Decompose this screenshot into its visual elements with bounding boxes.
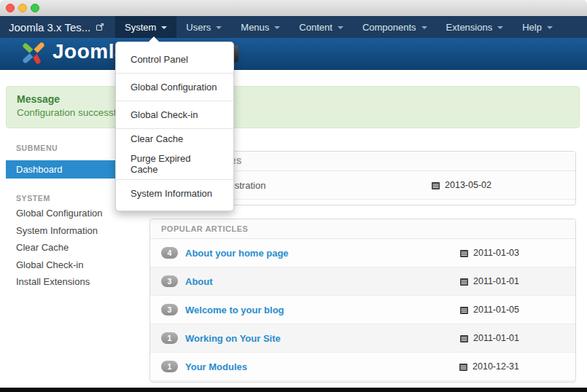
- top-menu: System Users Menus Content Components Ex…: [115, 16, 562, 38]
- calendar-icon: [459, 362, 468, 372]
- browser-window: Joomla 3.x Tes... System Users Menus Con…: [0, 0, 587, 392]
- caret-down-icon: [161, 26, 167, 29]
- date-cell: 2011-01-03: [459, 248, 519, 258]
- sidebar-item-global-check-in[interactable]: Global Check-in: [16, 256, 103, 274]
- hits-badge: 1: [161, 361, 178, 372]
- popular-articles-panel: POPULAR ARTICLES 4 About your home page …: [149, 219, 576, 383]
- hits-badge: 4: [161, 247, 178, 259]
- menu-help-label: Help: [522, 22, 542, 33]
- date-cell: 2011-01-01: [459, 333, 519, 343]
- menu-extensions[interactable]: Extensions: [437, 16, 513, 38]
- menu-extensions-label: Extensions: [446, 22, 493, 33]
- date-label: 2011-01-05: [473, 305, 519, 315]
- calendar-icon: [459, 305, 469, 315]
- menu-item-global-configuration[interactable]: Global Configuration: [116, 74, 233, 101]
- caret-down-icon: [274, 26, 280, 29]
- menu-system-label: System: [125, 22, 156, 33]
- caret-down-icon: [338, 26, 343, 29]
- sidebar-item-dashboard-label: Dashboard: [16, 164, 63, 175]
- date-cell: 2011-01-05: [459, 305, 519, 315]
- popular-articles-title: POPULAR ARTICLES: [150, 219, 575, 239]
- site-name-label: Joomla 3.x Tes...: [9, 21, 90, 34]
- dropdown-pointer: [148, 36, 160, 42]
- menu-menus[interactable]: Menus: [231, 16, 289, 38]
- date-label: 2011-01-03: [473, 248, 519, 258]
- menu-item-control-panel[interactable]: Control Panel: [116, 46, 233, 73]
- external-link-icon: [96, 23, 104, 31]
- menu-components[interactable]: Components: [353, 16, 437, 38]
- site-name-link[interactable]: Joomla 3.x Tes...: [9, 16, 104, 38]
- joomla-header: Joomla: [0, 38, 587, 70]
- zoom-window-button[interactable]: [31, 4, 39, 12]
- sidebar-item-global-configuration[interactable]: Global Configuration: [16, 205, 103, 222]
- window-titlebar: [0, 0, 587, 17]
- article-link[interactable]: Your Modules: [185, 361, 247, 372]
- window-bottom-edge: [0, 388, 587, 392]
- menu-users-label: Users: [186, 22, 211, 33]
- message-heading: Message: [17, 93, 60, 105]
- date-label: 2013-05-02: [445, 180, 491, 190]
- minimize-window-button[interactable]: [18, 4, 27, 12]
- close-window-button[interactable]: [6, 4, 15, 12]
- table-row: 1 Your Modules 2010-12-31: [150, 353, 575, 381]
- caret-down-icon: [421, 26, 427, 29]
- menu-content-label: Content: [299, 22, 333, 33]
- table-row: 1 Working on Your Site 2011-01-01: [150, 324, 575, 353]
- article-link[interactable]: About your home page: [185, 248, 289, 259]
- menu-system[interactable]: System: [115, 16, 176, 38]
- article-link[interactable]: Working on Your Site: [185, 333, 281, 344]
- menu-content[interactable]: Content: [289, 16, 353, 38]
- table-row: 3 About 2011-01-01: [150, 267, 575, 296]
- sidebar-system-list: Global Configuration System Information …: [16, 205, 103, 291]
- calendar-icon: [459, 248, 469, 258]
- calendar-icon: [459, 334, 469, 343]
- menu-help[interactable]: Help: [513, 16, 562, 38]
- table-row: 3 Welcome to your blog 2011-01-05: [150, 296, 575, 324]
- date-cell: 2010-12-31: [459, 361, 519, 372]
- menu-item-global-check-in[interactable]: Global Check-in: [116, 101, 233, 128]
- caret-down-icon: [547, 26, 553, 29]
- article-link[interactable]: About: [185, 276, 213, 287]
- menu-components-label: Components: [362, 22, 416, 33]
- joomla-logo-icon: [19, 41, 48, 66]
- date-cell: 2011-01-01: [459, 276, 519, 286]
- caret-down-icon: [497, 26, 503, 29]
- popular-articles-list: 4 About your home page 2011-01-03 3 Abou…: [150, 239, 575, 381]
- sidebar-item-system-information[interactable]: System Information: [16, 222, 103, 240]
- menu-item-system-information[interactable]: System Information: [116, 180, 233, 207]
- menu-users[interactable]: Users: [176, 16, 231, 38]
- sidebar-heading-submenu: SUBMENU: [16, 144, 58, 152]
- table-row: 4 About your home page 2011-01-03: [150, 239, 575, 267]
- success-message: Message Configuration successfully saved…: [6, 86, 580, 128]
- menu-menus-label: Menus: [241, 22, 269, 33]
- hits-badge: 1: [161, 332, 178, 344]
- article-link[interactable]: Welcome to your blog: [185, 305, 284, 315]
- calendar-icon: [431, 181, 440, 190]
- admin-navbar: Joomla 3.x Tes... System Users Menus Con…: [0, 16, 587, 38]
- calendar-icon: [459, 277, 469, 286]
- sidebar-heading-system: SYSTEM: [16, 194, 50, 203]
- hits-badge: 3: [161, 304, 178, 315]
- hits-badge: 3: [161, 275, 178, 287]
- date-cell: 2013-05-02: [431, 180, 491, 190]
- caret-down-icon: [216, 26, 222, 29]
- date-label: 2011-01-01: [473, 333, 519, 343]
- menu-item-clear-cache[interactable]: Clear Cache: [116, 129, 233, 149]
- sidebar-item-clear-cache[interactable]: Clear Cache: [16, 239, 103, 256]
- menu-item-purge-expired-cache[interactable]: Purge Expired Cache: [116, 149, 233, 179]
- date-label: 2011-01-01: [473, 276, 519, 286]
- sidebar-item-dashboard[interactable]: Dashboard: [6, 160, 115, 179]
- system-dropdown-menu: Control Panel Global Configuration Globa…: [115, 42, 234, 211]
- date-label: 2010-12-31: [473, 361, 519, 372]
- sidebar-item-install-extensions[interactable]: Install Extensions: [16, 273, 103, 291]
